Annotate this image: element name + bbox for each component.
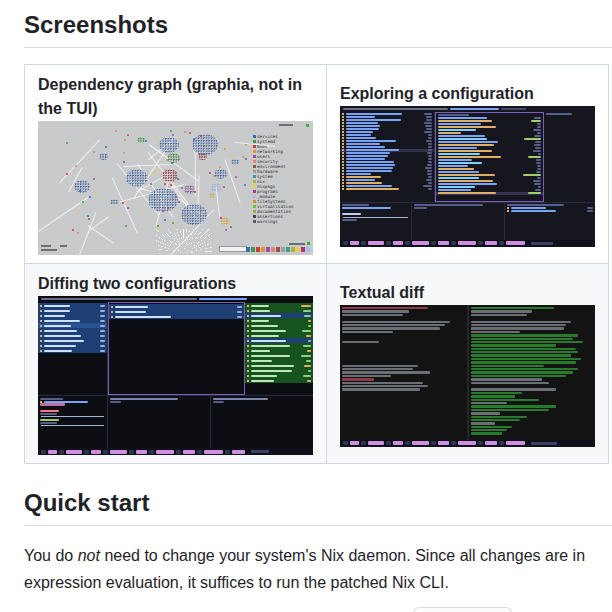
paragraph-text: You do [24,547,78,564]
legend-swatch [253,210,256,213]
key-hint-chip [197,450,202,454]
textual-diff-screenshot[interactable] [340,305,595,447]
exploring-configuration-screenshot[interactable] [340,106,595,247]
text-bar [511,207,545,209]
diff-line-bar [342,365,418,367]
folder-icon [247,345,249,347]
diff-line [471,432,594,435]
legend-swatch [253,215,256,218]
text-bar [44,305,70,307]
dependency-graph-screenshot[interactable]: servicessystemdbootnetworkinguserssecuri… [38,121,313,255]
attr-list-panel [340,112,435,202]
screenshots-table: Dependency graph (graphia, not in the TU… [24,64,609,464]
legend-label: nix [257,179,265,183]
text-bar [199,298,247,300]
key-hint-chip [103,450,108,454]
text-bar [251,335,280,337]
folder-icon [247,330,249,332]
legend-label: documentation [257,209,291,213]
palette-swatch [266,247,270,252]
text-bar [44,340,84,342]
folder-icon [507,210,509,212]
text-bar [346,188,399,190]
folder-icon [111,316,113,318]
graph-node [230,226,232,228]
diff-line-bar [471,399,540,401]
graph-node [87,215,89,217]
paragraph-emphasis: not [78,547,100,564]
folder-icon [342,167,344,169]
diff-value-panel [38,396,108,448]
key-hint-chip [149,450,154,454]
text-bar [346,140,396,142]
text-bar [306,335,311,337]
graph-node [209,172,211,174]
folder-icon [342,161,344,163]
text-bar [426,140,432,142]
removed-list-panel [38,302,108,395]
text-bar [251,345,290,347]
text-bar [346,167,393,169]
graph-node [189,132,191,134]
palette-swatch [271,247,275,252]
text-bar [450,108,500,110]
graph-cluster [126,169,148,187]
folder-icon [342,164,344,166]
graph-search-box[interactable] [219,246,247,252]
graph-node [117,212,119,214]
quick-start-heading: Quick start [24,488,612,526]
screenshot-caption: Textual diff [340,281,595,305]
key-action-chip [438,441,449,445]
text-bar [537,126,542,128]
text-bar [301,355,311,357]
folder-icon [247,335,249,337]
keybinding-status-bar [340,240,595,247]
text-bar [426,119,433,121]
folder-icon [342,182,344,184]
text-bar [546,113,572,115]
deps-row [412,207,504,210]
text-bar [40,413,57,415]
diff-line-bar [471,388,557,390]
key-action-chip [110,450,127,454]
diff-line-bar [342,371,430,373]
diff-line-bar [471,310,532,312]
text-bar [346,137,376,139]
legend-label: system [257,174,273,178]
graph-footer-text [60,245,67,247]
graph-node [93,151,95,153]
diff-line-bar [342,327,440,329]
text-bar [44,330,77,332]
text-bar [428,143,432,145]
key-action-chip [91,450,101,454]
deps-row [211,400,314,403]
folder-icon [507,207,509,209]
text-bar [346,161,394,163]
graph-cluster [181,204,207,225]
graph-node [245,158,247,160]
diff-line-bar [342,341,379,343]
legend-label: services [257,134,278,138]
palette-swatch [281,247,285,252]
graph-node [95,193,97,195]
diffing-configurations-screenshot[interactable] [38,296,313,455]
key-hint-chip [451,241,456,245]
text-bar [346,128,379,130]
folder-icon [342,113,344,115]
text-bar [438,138,486,140]
text-bar [507,204,564,206]
text-bar [438,126,496,128]
diff-line-bar [471,371,574,373]
folder-icon [247,325,249,327]
key-hint-chip [478,241,483,245]
folder-icon [342,143,344,145]
graph-color-palette[interactable] [246,247,310,252]
text-bar [587,210,593,212]
graph-node [88,218,90,220]
folder-icon [247,320,249,322]
graph-node [223,186,225,188]
text-bar [304,315,312,317]
graph-node [82,201,84,203]
diff-line-bar [471,321,571,323]
folder-icon [342,134,344,136]
